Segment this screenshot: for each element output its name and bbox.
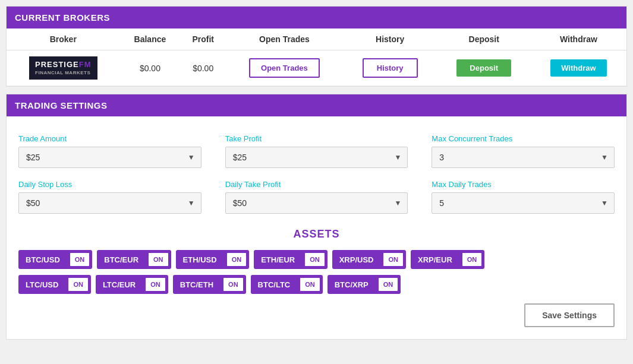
- trade-amount-select[interactable]: $25$50$100$200: [19, 147, 201, 167]
- daily-take-profit-select[interactable]: $25$50$100$200: [226, 193, 408, 213]
- withdraw-cell: Withdraw: [531, 50, 626, 86]
- asset-ethusd[interactable]: ETH/USD ON: [176, 250, 250, 269]
- asset-btcltc[interactable]: BTC/LTC ON: [251, 275, 323, 294]
- trading-settings-header: TRADING SETTINGS: [7, 94, 626, 116]
- asset-xrpusd[interactable]: XRP/USD ON: [332, 250, 406, 269]
- asset-btcxrp[interactable]: BTC/XRP ON: [327, 275, 401, 294]
- settings-grid: Trade Amount $25$50$100$200 ▼ Take Profi…: [18, 134, 615, 214]
- trading-settings-title: TRADING SETTINGS: [15, 100, 108, 110]
- max-concurrent-trades-label: Max Concurrent Trades: [432, 134, 615, 143]
- profit-cell: $0.00: [180, 50, 226, 86]
- withdraw-button[interactable]: Withdraw: [550, 59, 606, 77]
- asset-etheur[interactable]: ETH/EUR ON: [254, 250, 327, 269]
- col-withdraw: Withdraw: [531, 29, 626, 50]
- asset-xrpeur[interactable]: XRP/EUR ON: [411, 250, 484, 269]
- take-profit-select-wrapper: $25$50$100$200 ▼: [225, 147, 408, 168]
- max-concurrent-select-wrapper: 12345 ▼: [432, 147, 615, 168]
- daily-stop-loss-select-wrapper: $25$50$100$200 ▼: [18, 192, 201, 214]
- daily-take-profit-field: Daily Take Profit $25$50$100$200 ▼: [225, 180, 408, 214]
- col-profit: Profit: [180, 29, 226, 50]
- save-settings-button[interactable]: Save Settings: [524, 303, 615, 327]
- broker-logo-cell: PRESTIGEFM FINANCIAL MARKETS: [7, 50, 120, 86]
- profit-value: $0.00: [193, 64, 213, 73]
- daily-stop-loss-select[interactable]: $25$50$100$200: [19, 193, 201, 213]
- trading-settings-section: TRADING SETTINGS Trade Amount $25$50$100…: [6, 94, 627, 340]
- max-daily-trades-select-wrapper: 1234510 ▼: [432, 192, 615, 214]
- col-deposit: Deposit: [437, 29, 531, 50]
- asset-btceur[interactable]: BTC/EUR ON: [97, 250, 171, 269]
- history-button[interactable]: History: [363, 58, 418, 78]
- asset-ltceur[interactable]: LTC/EUR ON: [96, 275, 168, 294]
- broker-logo: PRESTIGEFM FINANCIAL MARKETS: [29, 56, 97, 80]
- daily-stop-loss-field: Daily Stop Loss $25$50$100$200 ▼: [18, 180, 201, 214]
- take-profit-field: Take Profit $25$50$100$200 ▼: [225, 134, 408, 168]
- asset-btceth[interactable]: BTC/ETH ON: [173, 275, 246, 294]
- assets-grid-row2: LTC/USD ON LTC/EUR ON BTC/ETH ON BTC/LTC…: [18, 275, 615, 294]
- assets-section: ASSETS BTC/USD ON BTC/EUR ON ETH/USD ON …: [18, 228, 615, 294]
- take-profit-select[interactable]: $25$50$100$200: [226, 147, 408, 167]
- max-concurrent-select[interactable]: 12345: [432, 147, 614, 167]
- brokers-table: Broker Balance Profit Open Trades Histor…: [7, 29, 626, 86]
- balance-value: $0.00: [140, 64, 160, 73]
- table-header-row: Broker Balance Profit Open Trades Histor…: [7, 29, 626, 50]
- broker-name: PRESTIGEFM: [35, 60, 92, 70]
- deposit-cell: Deposit: [437, 50, 531, 86]
- daily-take-profit-label: Daily Take Profit: [225, 180, 408, 189]
- asset-ltcusd[interactable]: LTC/USD ON: [18, 275, 91, 294]
- trade-amount-select-wrapper: $25$50$100$200 ▼: [18, 147, 201, 168]
- col-history: History: [343, 29, 437, 50]
- asset-btcusd[interactable]: BTC/USD ON: [18, 250, 92, 269]
- daily-stop-loss-label: Daily Stop Loss: [18, 180, 201, 189]
- save-settings-area: Save Settings: [18, 303, 615, 327]
- table-row: PRESTIGEFM FINANCIAL MARKETS $0.00 $0.00…: [7, 50, 626, 86]
- current-brokers-header: CURRENT BROKERS: [7, 7, 626, 29]
- max-daily-trades-field: Max Daily Trades 1234510 ▼: [432, 180, 615, 214]
- broker-sub: FINANCIAL MARKETS: [35, 70, 92, 76]
- history-cell: History: [343, 50, 437, 86]
- trade-amount-field: Trade Amount $25$50$100$200 ▼: [18, 134, 201, 168]
- col-open-trades: Open Trades: [226, 29, 343, 50]
- col-balance: Balance: [120, 29, 181, 50]
- current-brokers-section: CURRENT BROKERS Broker Balance Profit Op…: [6, 6, 627, 87]
- max-daily-trades-label: Max Daily Trades: [432, 180, 615, 189]
- open-trades-button[interactable]: Open Trades: [249, 58, 320, 78]
- current-brokers-title: CURRENT BROKERS: [15, 12, 110, 23]
- assets-grid: BTC/USD ON BTC/EUR ON ETH/USD ON ETH/EUR…: [18, 250, 615, 269]
- trading-settings-body: Trade Amount $25$50$100$200 ▼ Take Profi…: [7, 116, 626, 339]
- deposit-button[interactable]: Deposit: [456, 59, 511, 77]
- col-broker: Broker: [7, 29, 120, 50]
- max-daily-trades-select[interactable]: 1234510: [432, 193, 614, 213]
- open-trades-cell: Open Trades: [226, 50, 343, 86]
- max-concurrent-trades-field: Max Concurrent Trades 12345 ▼: [432, 134, 615, 168]
- balance-cell: $0.00: [120, 50, 181, 86]
- take-profit-label: Take Profit: [225, 134, 408, 143]
- daily-take-profit-select-wrapper: $25$50$100$200 ▼: [225, 192, 408, 214]
- assets-title: ASSETS: [18, 228, 615, 240]
- trade-amount-label: Trade Amount: [18, 134, 201, 143]
